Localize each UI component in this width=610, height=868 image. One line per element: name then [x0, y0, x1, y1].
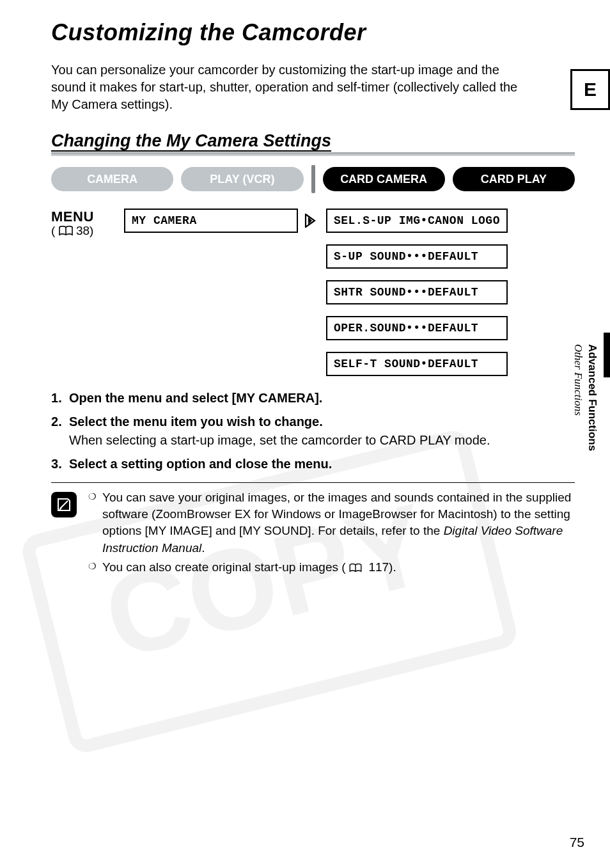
mode-camera: CAMERA	[51, 167, 173, 191]
step-3: Select a setting option and close the me…	[51, 455, 575, 473]
notes: You can save your original images, or th…	[88, 489, 575, 578]
mode-card-camera: CARD CAMERA	[323, 167, 445, 191]
step-2: Select the menu item you wish to change.…	[51, 413, 575, 450]
side-tab-strip	[604, 333, 610, 377]
osd-item-1: S-UP SOUND•••DEFAULT	[326, 244, 508, 269]
note-2-a: You can also create original start-up im…	[102, 560, 346, 574]
mode-separator	[311, 165, 315, 193]
page-number: 75	[570, 835, 584, 850]
menu-ref-number: 38	[76, 224, 90, 237]
step-2-text: Select the menu item you wish to change.	[69, 414, 323, 429]
section-heading: Changing the My Camera Settings	[51, 131, 575, 154]
note-2: You can also create original start-up im…	[88, 559, 575, 576]
note-icon	[51, 492, 77, 517]
menu-first-row: MY CAMERA	[124, 209, 317, 233]
mode-card-play: CARD PLAY	[453, 167, 575, 191]
menu-diagram: MENU ( 38) MY CAMERA SEL.S-UP IMG•CANON …	[51, 209, 575, 376]
note-2-b: ).	[389, 560, 396, 574]
mode-row: CAMERA PLAY (VCR) CARD CAMERA CARD PLAY	[51, 165, 575, 193]
intro-paragraph: You can personalize your camcorder by cu…	[51, 61, 537, 113]
notes-row: You can save your original images, or th…	[51, 489, 575, 578]
book-icon	[59, 226, 73, 236]
step-1: Open the menu and select [MY CAMERA].	[51, 389, 575, 407]
play-arrow-icon	[304, 214, 316, 228]
osd-column: SEL.S-UP IMG•CANON LOGO S-UP SOUND•••DEF…	[326, 209, 508, 376]
language-tab: E	[570, 69, 610, 110]
menu-left: MENU ( 38)	[51, 209, 115, 238]
divider	[51, 482, 575, 483]
side-tab: Other Functions Advanced Functions	[571, 344, 598, 510]
book-icon	[349, 564, 362, 572]
mode-play-vcr: PLAY (VCR)	[181, 167, 303, 191]
osd-item-0: SEL.S-UP IMG•CANON LOGO	[326, 209, 508, 233]
osd-item-2: SHTR SOUND•••DEFAULT	[326, 280, 508, 304]
step-3-text: Select a setting option and close the me…	[69, 457, 332, 471]
language-tab-label: E	[584, 79, 597, 100]
arrow-slot	[303, 209, 317, 233]
notepad-icon	[55, 496, 73, 514]
osd-item-4: SELF-T SOUND•DEFAULT	[326, 352, 508, 376]
step-2-sub: When selecting a start-up image, set the…	[69, 431, 575, 450]
osd-item-3: OPER.SOUND•••DEFAULT	[326, 316, 508, 340]
step-1-text: Open the menu and select [MY CAMERA].	[69, 391, 322, 405]
note-2-ref: 117	[368, 560, 389, 574]
osd-my-camera: MY CAMERA	[124, 209, 298, 233]
note-1-c: .	[201, 541, 205, 555]
page: COPY Customizing the Camcorder You can p…	[0, 0, 610, 868]
menu-label: MENU	[51, 209, 115, 225]
note-1: You can save your original images, or th…	[88, 489, 575, 556]
steps-list: Open the menu and select [MY CAMERA]. Se…	[51, 389, 575, 473]
page-title: Customizing the Camcorder	[51, 19, 575, 46]
menu-reference: ( 38)	[51, 224, 115, 238]
side-tab-title: Advanced Functions	[586, 344, 598, 451]
